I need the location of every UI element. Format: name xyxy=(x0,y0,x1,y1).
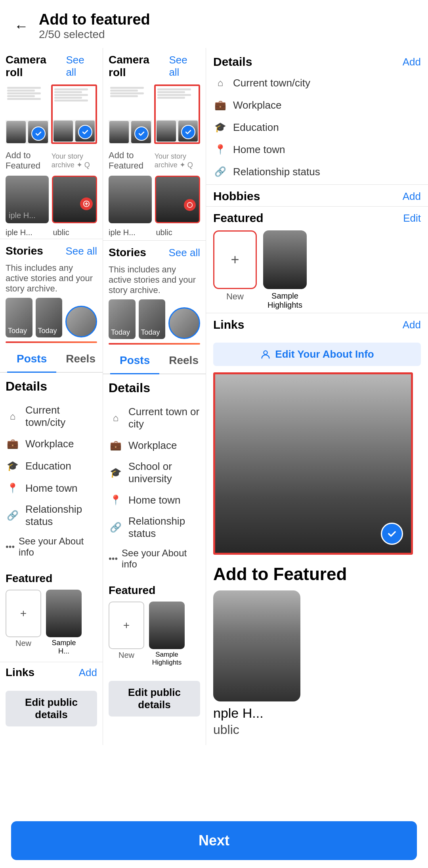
left-column: Camera roll See all xyxy=(0,48,103,745)
camera-roll-title-mid: Camera roll xyxy=(109,54,169,79)
details-mid: Details ⌂ Current town or city 💼 Workpla… xyxy=(103,374,206,580)
featured-new-btn-left[interactable]: + xyxy=(6,590,41,637)
thumb-1-left[interactable] xyxy=(6,84,49,144)
edit-public-btn-mid[interactable]: Edit public details xyxy=(109,681,200,717)
featured-header-right: Featured Edit xyxy=(213,211,421,225)
details-add-right[interactable]: Add xyxy=(403,56,421,68)
detail-town-mid: ⌂ Current town or city xyxy=(109,402,200,434)
stories-row-left: Today Today xyxy=(6,298,97,337)
image-grid-mid xyxy=(109,84,200,144)
plus-icon-left: + xyxy=(20,607,27,620)
featured-title-right: Featured xyxy=(213,211,264,225)
links-title-right: Links xyxy=(213,318,244,331)
checkmark-1-left xyxy=(31,126,46,141)
featured-new-col-right: + New xyxy=(213,230,257,310)
detail-rel-text-left: Relationship status xyxy=(25,503,97,528)
plus-icon-mid: + xyxy=(123,619,130,632)
see-all-left[interactable]: See all xyxy=(66,54,97,79)
see-about-text-mid: See your About info xyxy=(122,548,200,570)
featured-new-col-mid: + New xyxy=(109,602,144,667)
story-today-2[interactable]: Today xyxy=(36,298,63,337)
story-circle-mid[interactable] xyxy=(168,307,200,339)
see-about-left[interactable]: ••• See your About info xyxy=(6,532,97,562)
tab-reels-mid[interactable]: Reels xyxy=(159,348,208,374)
briefcase-icon-left: 💼 xyxy=(6,437,20,451)
story-mid-2[interactable]: Today xyxy=(139,299,166,339)
svg-point-2 xyxy=(264,351,268,354)
tabs-mid: Posts Reels xyxy=(103,348,206,374)
detail-town-left: ⌂ Current town/city xyxy=(6,400,97,433)
featured-sample-label-right: Sample Highlights xyxy=(263,291,307,310)
icon-mid xyxy=(184,199,196,211)
edit-public-btn-left[interactable]: Edit public details xyxy=(6,691,97,726)
dark-thumb-1-mid[interactable] xyxy=(109,176,152,223)
detail-rel-left: 🔗 Relationship status xyxy=(6,499,97,532)
preview-section: nple H... ublic xyxy=(206,590,428,745)
add-featured-label-mid: Add to Featured xyxy=(109,150,148,171)
featured-new-btn-right[interactable]: + xyxy=(213,230,257,289)
featured-sample-label-left: Sample H... xyxy=(46,639,82,655)
detail-edu-right: 🎓 Education xyxy=(213,116,421,138)
featured-edit-right[interactable]: Edit xyxy=(403,212,421,224)
stories-header-mid: Stories See all xyxy=(109,246,200,259)
thumb-label-1: iple H... xyxy=(6,228,50,237)
thumb-labels-left: iple H... ublic xyxy=(0,226,103,239)
thumb-2-left[interactable] xyxy=(51,84,97,144)
links-add-left[interactable]: Add xyxy=(79,667,97,679)
heart-icon-right: 🔗 xyxy=(213,165,227,179)
home-icon-right: ⌂ xyxy=(213,76,227,90)
featured-sample-thumb-mid[interactable] xyxy=(149,602,185,649)
checkmark-2-left xyxy=(78,125,92,139)
spacer xyxy=(0,745,428,793)
tab-posts-mid[interactable]: Posts xyxy=(110,348,159,374)
featured-new-btn-mid[interactable]: + xyxy=(109,602,144,649)
home-icon-mid: ⌂ xyxy=(109,411,123,425)
stories-see-all-left[interactable]: See all xyxy=(66,245,97,257)
details-right-header: Details Add xyxy=(206,48,428,70)
tab-posts-left[interactable]: Posts xyxy=(7,346,56,373)
heart-icon-mid: 🔗 xyxy=(109,520,123,535)
detail-edu-text-mid: School or university xyxy=(128,460,200,485)
detail-rel-text-right: Relationship status xyxy=(233,166,320,178)
dots-icon-mid: ••• xyxy=(109,554,118,564)
back-arrow-icon: ← xyxy=(14,18,29,34)
page-header: ← Add to featured 2/50 selected xyxy=(0,0,428,48)
links-right: Links Add xyxy=(206,313,428,335)
story-thumb-2[interactable] xyxy=(52,176,97,223)
edit-public-container-left: Edit public details xyxy=(0,683,103,737)
featured-sample-thumb-left[interactable] xyxy=(46,590,82,637)
heart-icon-left: 🔗 xyxy=(6,508,20,523)
story-thumb-1[interactable]: iple H... xyxy=(6,176,49,223)
pin-icon-mid: 📍 xyxy=(109,493,123,507)
large-selected-image[interactable] xyxy=(213,372,413,555)
detail-edu-mid: 🎓 School or university xyxy=(109,456,200,489)
story-today-1[interactable]: Today xyxy=(6,298,32,337)
details-title-mid: Details xyxy=(109,381,200,395)
story-circle-left[interactable] xyxy=(65,306,97,337)
featured-sample-thumb-right[interactable] xyxy=(263,230,307,289)
dark-thumb-2-mid[interactable] xyxy=(155,176,201,223)
stories-section-mid: Stories See all This includes any active… xyxy=(103,240,206,348)
story-thumb-label: iple H... xyxy=(9,211,36,220)
story-mid-1[interactable]: Today xyxy=(109,299,136,339)
links-add-right[interactable]: Add xyxy=(403,319,421,331)
see-about-mid[interactable]: ••• See your About info xyxy=(109,544,200,574)
detail-home-text-right: Home town xyxy=(233,144,285,156)
story-thumbs-left: iple H... xyxy=(0,174,103,226)
next-button[interactable]: Next xyxy=(11,821,417,860)
tab-reels-left[interactable]: Reels xyxy=(56,346,105,372)
preview-label: nple H... xyxy=(213,705,421,721)
thumb-1-mid[interactable] xyxy=(109,84,152,144)
story-thumbs-mid xyxy=(103,174,206,226)
stories-see-all-mid[interactable]: See all xyxy=(169,247,201,259)
thumb-2-mid[interactable] xyxy=(154,84,201,144)
featured-new-col-left: + New xyxy=(6,590,41,655)
see-all-mid[interactable]: See all xyxy=(169,54,200,79)
detail-work-text-mid: Workplace xyxy=(128,439,177,452)
back-button[interactable]: ← xyxy=(11,16,32,36)
stories-desc-left: This includes any active stories and you… xyxy=(6,263,97,294)
edit-about-btn-right[interactable]: Edit Your About Info xyxy=(213,343,421,366)
hobbies-add-right[interactable]: Add xyxy=(403,190,421,203)
featured-header-left: Featured xyxy=(6,572,97,585)
edit-public-container-mid: Edit public details xyxy=(103,673,206,727)
